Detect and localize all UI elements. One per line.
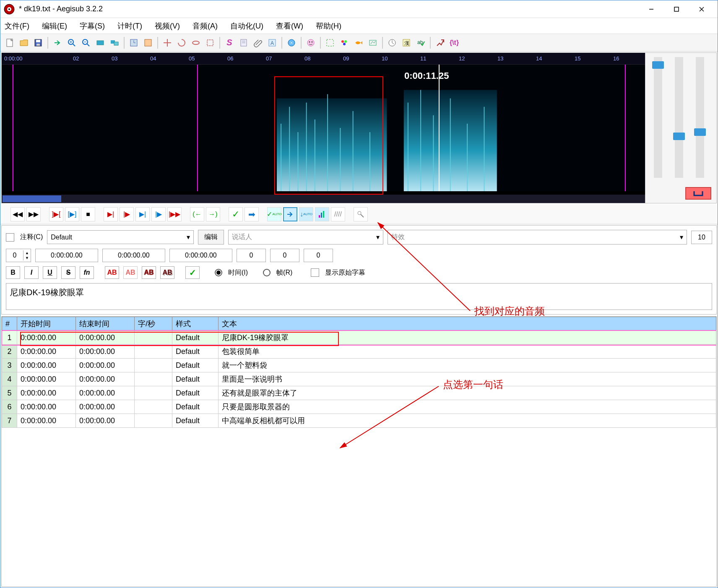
- start-time-input[interactable]: 0:00:00.00: [35, 249, 98, 262]
- table-row[interactable]: 60:00:00.000:00:00.00Default只要是圆形取景器的: [2, 400, 716, 414]
- play-to-end-button[interactable]: |▶▶: [167, 207, 182, 221]
- effect-dropdown[interactable]: 特效▾: [388, 230, 687, 245]
- layer-input[interactable]: ▲▼: [6, 249, 31, 262]
- font-button[interactable]: fn: [80, 266, 94, 279]
- auto-scroll-toggle[interactable]: ↓AUTO: [299, 207, 313, 221]
- shadow-color-button[interactable]: AB: [160, 266, 174, 279]
- play-line-button[interactable]: [▶]: [65, 207, 79, 221]
- edit-style-button[interactable]: 编辑: [198, 230, 224, 245]
- select-tool-icon[interactable]: [323, 36, 337, 49]
- save-file-icon[interactable]: [31, 36, 45, 49]
- link-sliders-button[interactable]: [685, 187, 711, 200]
- table-row[interactable]: 70:00:00.000:00:00.00Default中高端单反相机都可以用: [2, 414, 716, 428]
- spectrum-toggle[interactable]: [315, 207, 329, 221]
- bold-button[interactable]: B: [6, 266, 20, 279]
- horizontal-zoom-slider[interactable]: [654, 57, 662, 178]
- open-file-icon[interactable]: [17, 36, 31, 49]
- play-before-end-button[interactable]: ▶|: [135, 207, 150, 221]
- translation-assist-icon[interactable]: [237, 36, 250, 49]
- fonts-icon[interactable]: A: [265, 36, 279, 49]
- col-text[interactable]: 文本: [219, 317, 716, 331]
- jump-to-icon[interactable]: [51, 36, 64, 49]
- kanji-timer-icon[interactable]: 漢: [400, 36, 413, 49]
- playback-cursor[interactable]: [439, 65, 440, 191]
- table-row[interactable]: 30:00:00.000:00:00.00Default就一个塑料袋: [2, 359, 716, 372]
- outline-color-button[interactable]: AB: [142, 266, 156, 279]
- col-start[interactable]: 开始时间: [17, 317, 76, 331]
- style-dropdown[interactable]: Default▾: [47, 230, 194, 244]
- audio-hscroll-thumb[interactable]: [3, 195, 61, 202]
- maximize-button[interactable]: [664, 1, 689, 18]
- duration-input[interactable]: 0:00:00.00: [169, 249, 232, 262]
- audio-hscroll[interactable]: [2, 195, 645, 203]
- margin-l-input[interactable]: 0: [237, 249, 266, 262]
- col-num[interactable]: #: [2, 317, 17, 331]
- menu-view[interactable]: 查看(W): [276, 21, 303, 31]
- menu-file[interactable]: 文件(F): [5, 21, 29, 31]
- selection-end-line[interactable]: [625, 65, 626, 191]
- visual-cross-icon[interactable]: [161, 36, 174, 49]
- audio-time-ruler[interactable]: 0:00:00 02 03 04 05 06 07 08 09 10 11 12…: [2, 53, 645, 65]
- video-detach-icon[interactable]: [108, 36, 121, 49]
- stop-button[interactable]: ■: [81, 207, 95, 221]
- play-selection-button[interactable]: ]▶[: [49, 207, 63, 221]
- end-time-input[interactable]: 0:00:00.00: [102, 249, 165, 262]
- table-row[interactable]: 40:00:00.000:00:00.00Default里面是一张说明书: [2, 372, 716, 386]
- menu-audio[interactable]: 音频(A): [193, 21, 218, 31]
- lead-out-button[interactable]: →): [206, 207, 220, 221]
- secondary-color-button[interactable]: AB: [123, 266, 138, 279]
- next-line-button[interactable]: ▶▶: [26, 207, 41, 221]
- strike-button[interactable]: S: [61, 266, 75, 279]
- medusa-link-toggle[interactable]: ////: [331, 207, 345, 221]
- margin-v-input[interactable]: 0: [304, 249, 333, 262]
- attach-icon[interactable]: [251, 36, 265, 49]
- go-to-selection-button[interactable]: ➡: [245, 207, 259, 221]
- play-before-start-button[interactable]: ▶|: [104, 207, 118, 221]
- options-icon[interactable]: [433, 36, 447, 49]
- close-button[interactable]: [689, 1, 714, 18]
- styling-assist-icon[interactable]: S: [223, 36, 236, 49]
- vertical-zoom-slider[interactable]: [675, 57, 683, 178]
- table-row[interactable]: 20:00:00.000:00:00.00Default包装很简单: [2, 345, 716, 359]
- spectrogram[interactable]: 0:00:00 02 03 04 05 06 07 08 09 10 11 12…: [2, 53, 645, 203]
- menu-timing[interactable]: 计时(T): [117, 21, 142, 31]
- menu-subs[interactable]: 字幕(S): [80, 21, 105, 31]
- table-row[interactable]: 10:00:00.000:00:00.00Default尼康DK-19橡胶眼罩: [2, 331, 716, 345]
- shift-times-icon[interactable]: [127, 36, 140, 49]
- commit-text-button[interactable]: ✓: [185, 266, 200, 279]
- visual-clip-icon[interactable]: [203, 36, 217, 49]
- fish-icon[interactable]: [352, 36, 365, 49]
- volume-slider[interactable]: [696, 57, 704, 178]
- actor-dropdown[interactable]: 说话人▾: [228, 230, 383, 245]
- commit-button[interactable]: ✓: [229, 207, 243, 221]
- play-after-end-button[interactable]: |▶: [151, 207, 166, 221]
- assdraw-icon[interactable]: [304, 36, 317, 49]
- col-style[interactable]: 样式: [172, 317, 219, 331]
- automation-icon[interactable]: [285, 36, 298, 49]
- menu-help[interactable]: 帮助(H): [316, 21, 341, 31]
- timing-postprocess-icon[interactable]: [385, 36, 399, 49]
- underline-button[interactable]: U: [43, 266, 57, 279]
- col-end[interactable]: 结束时间: [76, 317, 135, 331]
- new-file-icon[interactable]: [3, 36, 16, 49]
- frame-mode-radio[interactable]: [263, 269, 271, 276]
- prev-line-button[interactable]: ◀◀: [10, 207, 25, 221]
- menu-video[interactable]: 视频(V): [155, 21, 180, 31]
- primary-color-button[interactable]: AB: [105, 266, 119, 279]
- zoom-in-icon[interactable]: [65, 36, 78, 49]
- play-after-start-button[interactable]: |▶: [120, 207, 134, 221]
- color-palette-icon[interactable]: [338, 36, 351, 49]
- show-original-checkbox[interactable]: [311, 268, 319, 277]
- menu-edit[interactable]: 编辑(E): [42, 21, 67, 31]
- lead-in-button[interactable]: (←: [190, 207, 204, 221]
- selection-start-line[interactable]: [13, 65, 13, 191]
- auto-commit-toggle[interactable]: ✓AUTO: [267, 207, 281, 221]
- visual-rotatez-icon[interactable]: [175, 36, 188, 49]
- zoom-out-icon[interactable]: [79, 36, 93, 49]
- italic-button[interactable]: I: [24, 266, 39, 279]
- minimize-button[interactable]: [639, 1, 664, 18]
- comment-checkbox[interactable]: [6, 233, 14, 242]
- resample-icon[interactable]: [366, 36, 380, 49]
- subtitle-grid[interactable]: # 开始时间 结束时间 字/秒 样式 文本 10:00:00.000:00:00…: [2, 317, 716, 428]
- video-zoom-icon[interactable]: [94, 36, 107, 49]
